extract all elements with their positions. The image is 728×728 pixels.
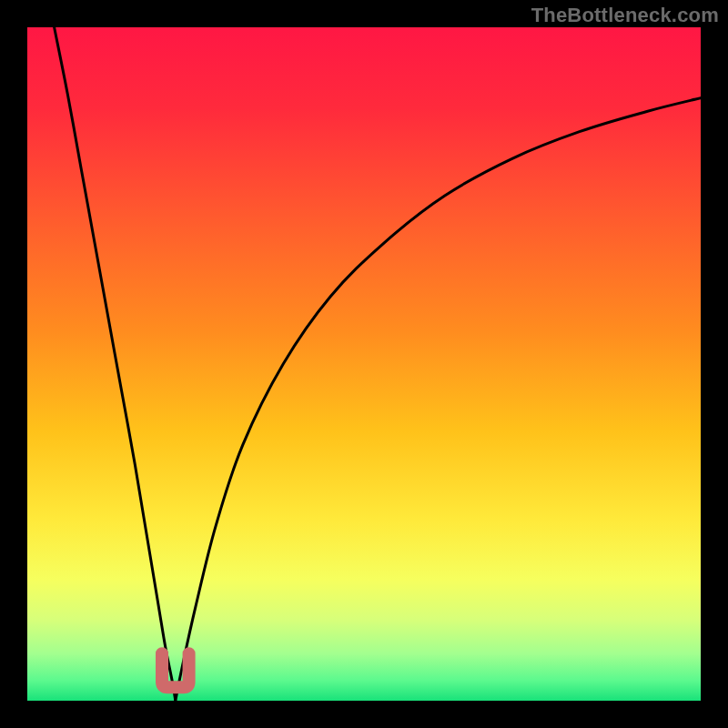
optimal-marker — [162, 653, 189, 687]
curve-right-branch — [176, 98, 701, 701]
curve-left-branch — [55, 27, 176, 701]
bottleneck-curves — [27, 27, 701, 701]
plot-area — [27, 27, 701, 701]
watermark-text: TheBottleneck.com — [531, 4, 719, 27]
chart-frame: TheBottleneck.com — [0, 0, 728, 728]
